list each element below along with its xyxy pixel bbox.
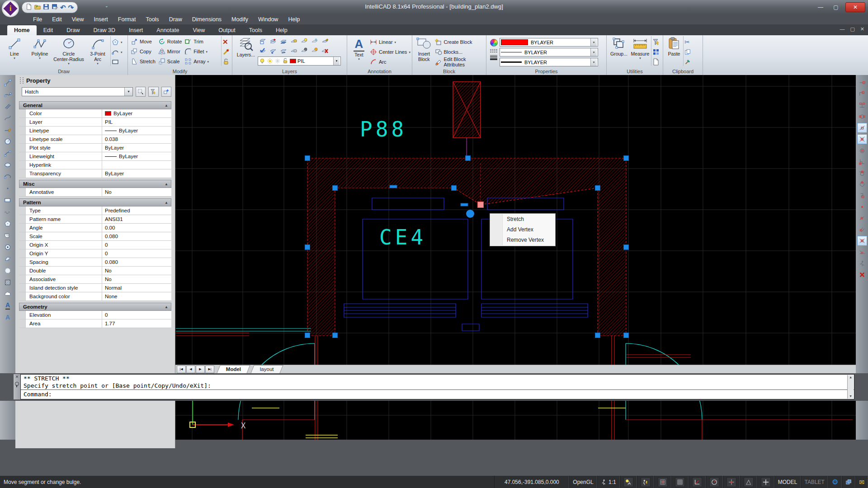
tool-sketch-icon[interactable] xyxy=(2,124,14,135)
entity-color-combo[interactable]: BYLAYER ▾ xyxy=(500,38,598,47)
polygon-icon[interactable]: ▾ xyxy=(112,38,123,46)
section-geometry[interactable]: Geometry▲ xyxy=(19,303,171,311)
property-row-pattern-name[interactable]: Pattern nameANSI31 xyxy=(19,215,171,224)
property-row-plot-style[interactable]: Plot styleByLayer xyxy=(19,144,171,152)
coordinates-readout[interactable]: 47.056,-391.085,0.000 xyxy=(494,476,569,488)
close-button[interactable]: ✕ xyxy=(845,2,865,12)
property-row-spacing[interactable]: Spacing0.080 xyxy=(19,258,171,267)
rectangle-icon[interactable] xyxy=(112,58,123,66)
property-row-origin-y[interactable]: Origin Y0 xyxy=(19,249,171,258)
property-row-lineweight[interactable]: LineweightByLayer xyxy=(19,152,171,161)
tool-circle-icon[interactable] xyxy=(2,136,14,147)
hatched-column-block[interactable] xyxy=(453,82,481,138)
menu-draw[interactable]: Draw xyxy=(164,16,187,23)
menu-insert[interactable]: Insert xyxy=(89,16,113,23)
tool-spline-icon[interactable] xyxy=(2,112,14,123)
minimize-button[interactable]: — xyxy=(815,4,826,10)
section-misc[interactable]: Misc▲ xyxy=(19,180,171,188)
copy-button[interactable]: Copy xyxy=(131,47,156,56)
tab-insert[interactable]: Insert xyxy=(122,25,150,35)
annotation-scale[interactable]: 1:1 xyxy=(597,476,620,488)
layer-freeze-icon[interactable] xyxy=(310,37,320,46)
entity-type-dropdown-icon[interactable]: ▾ xyxy=(124,88,132,96)
section-pattern[interactable]: Pattern▲ xyxy=(19,198,171,206)
text-button[interactable]: A Text▾ xyxy=(349,36,369,61)
property-row-layer[interactable]: LayerPIL xyxy=(19,118,171,127)
snap-nearest2-icon[interactable] xyxy=(857,213,867,223)
snap-parallel-icon[interactable] xyxy=(857,225,867,235)
snap-intersection-icon[interactable] xyxy=(857,134,867,144)
tool-ellipse-icon[interactable] xyxy=(2,159,14,170)
property-row-type[interactable]: TypePredefined xyxy=(19,206,171,215)
model-space-toggle[interactable]: MODEL xyxy=(774,476,801,488)
last-tab-button[interactable]: ▶| xyxy=(205,366,214,373)
command-pin-icon[interactable] xyxy=(15,382,19,386)
snap-tangent-icon[interactable] xyxy=(857,168,867,178)
autoscale-icon[interactable] xyxy=(641,477,651,487)
context-menu-item-stretch[interactable]: Stretch xyxy=(491,214,555,225)
paste-button[interactable]: Paste xyxy=(665,36,683,56)
menu-help[interactable]: Help xyxy=(283,16,305,23)
menu-tools[interactable]: Tools xyxy=(141,16,164,23)
tool-polyline-icon[interactable] xyxy=(2,89,14,100)
tool-hatch-icon[interactable] xyxy=(2,277,14,288)
ortho-toggle-icon[interactable] xyxy=(692,477,702,487)
tab-model[interactable]: Model xyxy=(217,365,250,373)
tool-coil-icon[interactable] xyxy=(2,206,14,217)
property-row-island-detection[interactable]: Island detection styleNormal xyxy=(19,284,171,292)
property-row-scale[interactable]: Scale0.080 xyxy=(19,232,171,241)
panel-drag-handle[interactable] xyxy=(20,77,24,84)
group-button[interactable]: Group... xyxy=(609,36,629,56)
rotate-button[interactable]: Rotate xyxy=(158,38,182,46)
utility-grid-icon[interactable] xyxy=(652,48,660,56)
edit-block-attributes-button[interactable]: Edit Block Attributes xyxy=(435,58,485,66)
stretch-button[interactable]: Stretch xyxy=(131,57,156,66)
hot-grip[interactable] xyxy=(478,202,484,208)
copy-clip-icon[interactable] xyxy=(684,48,691,56)
tab-help[interactable]: Help xyxy=(269,25,294,35)
layer-on-icon[interactable] xyxy=(278,47,288,56)
menu-file[interactable]: File xyxy=(28,16,47,23)
linear-dimension-button[interactable]: Linear▾ xyxy=(370,38,410,46)
context-menu-item-add-vertex[interactable]: Add Vertex xyxy=(491,225,555,235)
tab-view[interactable]: View xyxy=(186,25,212,35)
property-row-double[interactable]: DoubleNo xyxy=(19,267,171,275)
match-properties-icon[interactable] xyxy=(684,58,691,66)
tab-annotate[interactable]: Annotate xyxy=(150,25,186,35)
tab-output[interactable]: Output xyxy=(212,25,242,35)
etrack-toggle-icon[interactable] xyxy=(744,477,754,487)
property-row-transparency[interactable]: TransparencyByLayer xyxy=(19,169,171,178)
array-button[interactable]: Array▾ xyxy=(184,57,209,66)
scale-button[interactable]: Scale xyxy=(158,57,182,66)
doc-restore-icon[interactable]: ▢ xyxy=(850,26,854,32)
entity-linetype-dropdown-icon[interactable]: ▾ xyxy=(590,48,597,56)
snap-circle-icon[interactable] xyxy=(857,112,867,122)
entity-type-select[interactable]: Hatch▾ xyxy=(22,87,133,96)
arc-icon[interactable]: ▾ xyxy=(112,48,123,56)
move-button[interactable]: Move xyxy=(131,38,156,46)
tab-draw[interactable]: Draw xyxy=(60,25,86,35)
annotation-visibility-icon[interactable] xyxy=(623,477,633,487)
app-logo-icon[interactable]: i xyxy=(2,0,19,17)
doc-close-icon[interactable]: ✕ xyxy=(860,26,864,32)
command-input[interactable]: Command: xyxy=(21,390,854,399)
unlock-icon[interactable] xyxy=(222,58,230,66)
tool-boundary-hatch-icon[interactable] xyxy=(2,230,14,241)
color-wheel-icon[interactable] xyxy=(490,39,498,47)
menu-view[interactable]: View xyxy=(67,16,89,23)
snap-perpendicular-icon[interactable] xyxy=(857,157,867,167)
entity-color-dropdown-icon[interactable]: ▾ xyxy=(590,38,597,46)
property-row-area[interactable]: Area1.77 xyxy=(19,319,171,328)
layer-states-icon[interactable] xyxy=(268,37,278,46)
fillet-button[interactable]: Fillet▾ xyxy=(184,47,209,56)
arc-dimension-button[interactable]: Arc xyxy=(370,58,410,66)
running-snap-icon[interactable] xyxy=(857,258,867,268)
tool-point-icon[interactable] xyxy=(2,183,14,194)
scroll-down-icon[interactable]: ▼ xyxy=(849,394,851,398)
maximize-button[interactable]: ▢ xyxy=(830,4,842,10)
polyline-button[interactable]: Polyline▾ xyxy=(27,36,52,60)
three-point-arc-button[interactable]: 3-Point Arc▾ xyxy=(85,36,110,65)
tab-home[interactable]: Home xyxy=(7,25,37,35)
linetype-icon[interactable] xyxy=(490,49,497,52)
tool-donut-icon[interactable] xyxy=(2,241,14,253)
